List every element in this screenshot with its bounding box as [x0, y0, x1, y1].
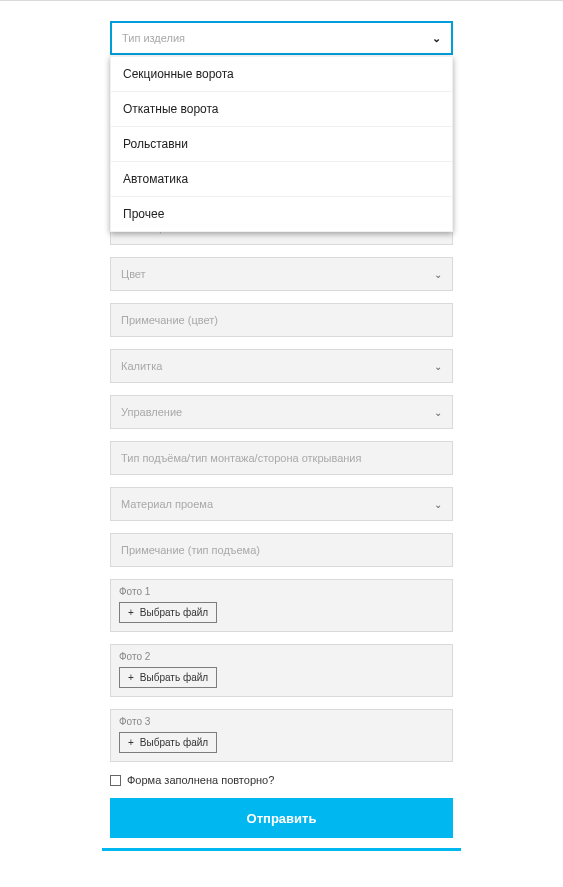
- product-type-placeholder: Тип изделия: [122, 32, 185, 44]
- dropdown-option-other[interactable]: Прочее: [111, 197, 452, 231]
- repeat-checkbox-row[interactable]: Форма заполнена повторно?: [110, 774, 453, 786]
- lift-type-placeholder: Тип подъёма/тип монтажа/сторона открыван…: [121, 452, 361, 464]
- repeat-checkbox-label: Форма заполнена повторно?: [127, 774, 274, 786]
- lift-type-input[interactable]: Тип подъёма/тип монтажа/сторона открыван…: [110, 441, 453, 475]
- chevron-down-icon: ⌄: [434, 269, 442, 280]
- chevron-down-icon: ⌄: [434, 407, 442, 418]
- opening-material-placeholder: Материал проема: [121, 498, 213, 510]
- photo-2-choose-button[interactable]: + Выбрать файл: [119, 667, 217, 688]
- dropdown-option-shutters[interactable]: Рольставни: [111, 127, 452, 162]
- color-placeholder: Цвет: [121, 268, 146, 280]
- lift-note-placeholder: Примечание (тип подъема): [121, 544, 260, 556]
- wicket-select[interactable]: Калитка ⌄: [110, 349, 453, 383]
- photo-2-group: Фото 2 + Выбрать файл: [110, 644, 453, 697]
- color-select[interactable]: Цвет ⌄: [110, 257, 453, 291]
- wicket-placeholder: Калитка: [121, 360, 162, 372]
- color-note-input[interactable]: Примечание (цвет): [110, 303, 453, 337]
- photo-3-label: Фото 3: [119, 716, 444, 727]
- submit-button-label: Отправить: [247, 811, 317, 826]
- dropdown-option-sliding[interactable]: Откатные ворота: [111, 92, 452, 127]
- color-note-placeholder: Примечание (цвет): [121, 314, 218, 326]
- photo-1-choose-button[interactable]: + Выбрать файл: [119, 602, 217, 623]
- control-select[interactable]: Управление ⌄: [110, 395, 453, 429]
- product-type-dropdown: Секционные ворота Откатные ворота Рольст…: [110, 56, 453, 232]
- control-placeholder: Управление: [121, 406, 182, 418]
- chevron-down-icon: ⌄: [434, 499, 442, 510]
- chevron-down-icon: ⌄: [434, 361, 442, 372]
- plus-icon: +: [128, 672, 134, 683]
- accent-line: [102, 848, 461, 851]
- repeat-checkbox[interactable]: [110, 775, 121, 786]
- photo-1-group: Фото 1 + Выбрать файл: [110, 579, 453, 632]
- photo-2-label: Фото 2: [119, 651, 444, 662]
- dropdown-option-sectional[interactable]: Секционные ворота: [111, 57, 452, 92]
- submit-button[interactable]: Отправить: [110, 798, 453, 838]
- dropdown-option-automation[interactable]: Автоматика: [111, 162, 452, 197]
- plus-icon: +: [128, 607, 134, 618]
- chevron-down-icon: ⌄: [432, 32, 441, 45]
- photo-3-button-label: Выбрать файл: [140, 737, 208, 748]
- photo-1-button-label: Выбрать файл: [140, 607, 208, 618]
- product-type-select[interactable]: Тип изделия ⌄: [110, 21, 453, 55]
- photo-2-button-label: Выбрать файл: [140, 672, 208, 683]
- photo-1-label: Фото 1: [119, 586, 444, 597]
- photo-3-group: Фото 3 + Выбрать файл: [110, 709, 453, 762]
- lift-note-input[interactable]: Примечание (тип подъема): [110, 533, 453, 567]
- opening-material-select[interactable]: Материал проема ⌄: [110, 487, 453, 521]
- plus-icon: +: [128, 737, 134, 748]
- photo-3-choose-button[interactable]: + Выбрать файл: [119, 732, 217, 753]
